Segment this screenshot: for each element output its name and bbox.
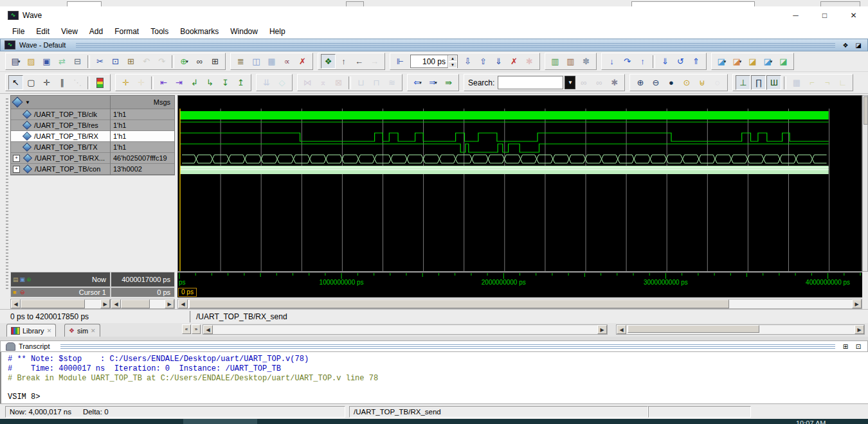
break-button[interactable]: ✗	[295, 54, 310, 69]
scrollbar-thumb[interactable]	[121, 299, 150, 308]
signal-value-row[interactable]: 1'h1	[111, 120, 174, 131]
signal-value-row[interactable]: 46'h025007fffc19	[111, 153, 174, 164]
scrollbar-thumb[interactable]	[189, 299, 729, 308]
scroll-left-icon[interactable]: ◀	[11, 299, 21, 308]
menu-help[interactable]: Help	[264, 26, 291, 37]
trace-up-rail-button[interactable]: ⇑	[689, 54, 703, 69]
zoom-range-button[interactable]: ⊎	[694, 75, 709, 90]
tab-area-scrollbar[interactable]: ◀ ▶	[203, 324, 608, 335]
pane-add-icon[interactable]: ⊞	[840, 342, 851, 351]
scroll-right-icon[interactable]: ▶	[165, 299, 174, 308]
spin-down-icon[interactable]: ▼	[448, 62, 457, 68]
next-falling-edge-button[interactable]: ↥	[233, 75, 248, 90]
tab-sim[interactable]: ❖ sim ✕	[64, 324, 100, 337]
collapse-left-button[interactable]: ⇐▾	[410, 75, 425, 90]
grid-mode-button[interactable]: ⋱	[70, 75, 85, 90]
wave-vertical-scrollbar[interactable]	[862, 95, 868, 272]
cursor-row-names-cell[interactable]: ■∕⊖ Cursor 1	[10, 287, 111, 297]
chart-green-button[interactable]: ▥	[548, 54, 563, 69]
delete-edge-button[interactable]: ⊠	[331, 75, 346, 90]
mirror-wave-button[interactable]: ⊔	[354, 75, 368, 90]
panel-drag-handle[interactable]	[6, 96, 8, 289]
examine-time-button[interactable]: ⊩	[393, 54, 408, 69]
menu-add[interactable]: Add	[84, 26, 109, 37]
taskbar-button[interactable]	[183, 419, 257, 424]
scroll-left-icon[interactable]: ◀	[111, 299, 121, 308]
time-axis[interactable]: ps1000000000 ps2000000000 ps3000000000 p…	[177, 272, 862, 288]
dotted-grid-button[interactable]: ▦	[264, 54, 279, 69]
run-length-input[interactable]	[411, 57, 448, 67]
expand-time-left-button[interactable]: ⌐	[804, 75, 819, 90]
scrollbar-track[interactable]	[188, 299, 852, 308]
scroll-left-icon[interactable]: ◀	[178, 299, 188, 308]
trace-curve-button[interactable]: ↷	[620, 54, 635, 69]
previous-transition-button[interactable]: ⇤	[156, 75, 171, 90]
wave-scrollbar[interactable]: ◀ ▶	[177, 299, 862, 309]
menu-file[interactable]: File	[6, 26, 30, 37]
trace-up-button[interactable]: ↑	[635, 54, 650, 69]
wave-pane-header[interactable]: ∿ Wave - Default ❖ ◪	[0, 39, 868, 51]
expand-plus-button[interactable]: ⊞	[208, 54, 222, 69]
menu-window[interactable]: Window	[224, 26, 264, 37]
scrollbar-thumb[interactable]	[863, 96, 868, 125]
zoom-out-button[interactable]: ⊖	[648, 75, 663, 90]
stack-arrow-button[interactable]: ≣	[233, 54, 248, 69]
cut-button[interactable]: ✂	[93, 54, 107, 69]
chart-brown-button[interactable]: ▥	[563, 54, 578, 69]
search-dropdown-icon[interactable]: ▼	[565, 76, 575, 89]
expand-toggle-icon[interactable]: +	[13, 166, 20, 173]
expand-toggle-icon[interactable]: +	[13, 155, 20, 162]
scroll-left-icon[interactable]: ◀	[203, 325, 213, 334]
cursor-strip[interactable]: 0 ps	[177, 287, 862, 297]
stretch-edge-button[interactable]: ⋈	[300, 75, 315, 90]
scrollbar-track[interactable]	[21, 299, 100, 308]
zoom-cursor-button[interactable]: ⊙	[679, 75, 694, 90]
signal-row[interactable]: +/UART_TOP_TB/con	[11, 164, 110, 175]
repeat-wave-button[interactable]: ≋	[384, 75, 399, 90]
delete-cross-button[interactable]: ✗	[507, 54, 521, 69]
view-export-button[interactable]: ◪	[776, 54, 791, 69]
close-tab-icon[interactable]: ✕	[91, 328, 96, 334]
signal-row[interactable]: +/UART_TOP_TB/RX...	[11, 153, 110, 164]
navigate-back-button[interactable]: ←	[352, 54, 366, 69]
view-save-button[interactable]: ◪▾	[761, 54, 775, 69]
list-bottom-arrow-button[interactable]: ⇓	[491, 54, 506, 69]
trace-down-rail-button[interactable]: ⇓	[658, 54, 673, 69]
names-scrollbar[interactable]: ◀ ▶	[10, 299, 111, 309]
tab-scroll-right-icon[interactable]: »	[192, 324, 201, 334]
chevron-down-icon[interactable]: ▼	[25, 100, 30, 105]
scroll-right-icon[interactable]: ▶	[100, 299, 110, 308]
knot-button[interactable]: ✱	[522, 54, 537, 69]
new-document-button[interactable]: ▤▾	[8, 54, 23, 69]
undo-button[interactable]: ↶	[139, 54, 154, 69]
scrollbar-track[interactable]	[121, 299, 165, 308]
scroll-right-icon[interactable]: ▶	[854, 325, 864, 334]
lock-icon[interactable]: ■	[13, 289, 16, 296]
scrollbar-track[interactable]	[626, 325, 854, 334]
scrollbar-thumb[interactable]	[21, 299, 85, 308]
redo-button[interactable]: ↷	[154, 54, 169, 69]
menu-bookmarks[interactable]: Bookmarks	[174, 26, 224, 37]
list-up-arrow-button[interactable]: ⇧	[476, 54, 491, 69]
view-edit-button[interactable]: ◪	[745, 54, 760, 69]
move-edge-button[interactable]: ⌅	[316, 75, 330, 90]
select-mode-button[interactable]: ↖	[8, 75, 23, 90]
invert-wave-button[interactable]: ⊓	[369, 75, 384, 90]
minimize-button[interactable]: ─	[781, 8, 810, 23]
expanded-time-event-button[interactable]: Ш	[766, 75, 781, 90]
link-button[interactable]: ❖	[321, 54, 336, 69]
navigate-up-button[interactable]: ↑	[336, 54, 351, 69]
insert-cursor-button[interactable]: ✛	[118, 75, 133, 90]
signal-value-row[interactable]: 1'h1	[111, 131, 174, 142]
wave-insert-button[interactable]: ⇊	[259, 75, 274, 90]
trace-curve-rail-button[interactable]: ↺	[673, 54, 688, 69]
add-circle-icon[interactable]: ⊕	[26, 276, 32, 283]
view-remove-button[interactable]: ◪▾	[730, 54, 745, 69]
next-rising-edge-button[interactable]: ↳	[203, 75, 217, 90]
signal-value-row[interactable]: 1'h1	[111, 142, 174, 153]
ruler-icon[interactable]: ▤▣⊕	[13, 276, 33, 283]
signal-column-header[interactable]: ▼	[11, 96, 110, 109]
ruler-icon[interactable]: ▤	[13, 276, 19, 283]
expanded-time-off-button[interactable]: ⊥	[736, 75, 750, 90]
transcript-header[interactable]: Transcript ⊞ ⊡	[0, 340, 868, 352]
